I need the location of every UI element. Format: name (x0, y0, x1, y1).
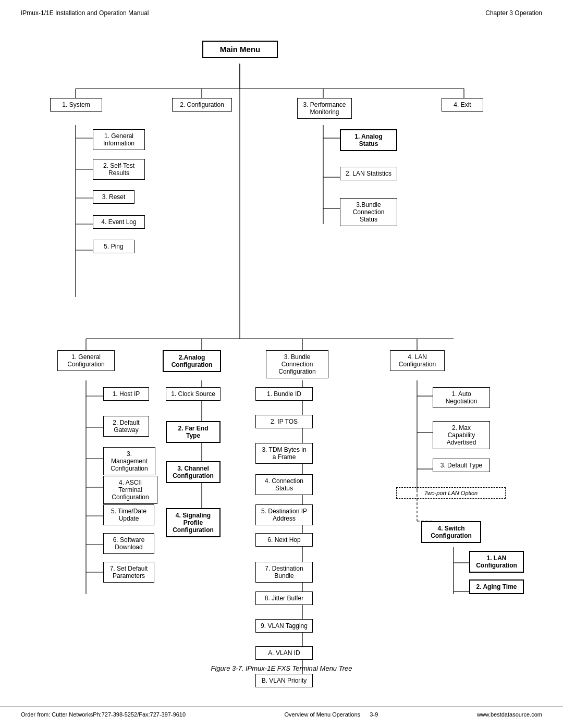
time-date-box: 5. Time/Date Update (103, 504, 154, 525)
max-capability-box: 2. Max Capability Advertised (433, 421, 490, 449)
gen-config-box: 1. General Configuration (57, 350, 115, 371)
next-hop-box: 6. Next Hop (255, 533, 313, 547)
auto-negotiation-box: 1. Auto Negotiation (433, 387, 490, 408)
host-ip-label: 1. Host IP (113, 390, 140, 398)
event-log-box: 4. Event Log (93, 215, 145, 229)
system-label: 1. System (62, 101, 90, 108)
performance-label: 3. Performance Monitoring (303, 101, 346, 116)
reset-label: 3. Reset (102, 193, 126, 201)
vlan-id-box: A. VLAN ID (255, 646, 313, 660)
configuration-box: 2. Configuration (172, 98, 232, 112)
lan-config-switch-box: 1. LAN Configuration (469, 551, 524, 573)
bundle-id-box: 1. Bundle ID (255, 387, 313, 401)
tdm-bytes-box: 3. TDM Bytes in a Frame (255, 443, 313, 464)
page-footer: Order from: Cutter Networks Ph:727-398-5… (0, 707, 563, 718)
general-info-label: 1. General Information (103, 132, 134, 147)
default-gateway-label: 2. Default Gateway (113, 419, 139, 434)
footer-left: Order from: Cutter Networks (21, 711, 93, 718)
lan-statistics-label: 2. LAN Statistics (346, 170, 391, 177)
ip-tos-box: 2. IP TOS (255, 415, 313, 428)
exit-label: 4. Exit (454, 101, 471, 108)
connection-status-box: 4. Connection Status (255, 474, 313, 495)
ping-box: 5. Ping (93, 240, 134, 253)
clock-source-box: 1. Clock Source (166, 387, 221, 401)
destination-ip-label: 5. Destination IP Address (261, 508, 307, 522)
switch-config-box: 4. Switch Configuration (421, 521, 481, 543)
lan-config-switch-label: 1. LAN Configuration (476, 554, 517, 569)
footer-center: Overview of Menu Operations 3-9 (186, 711, 477, 718)
bundle-id-label: 1. Bundle ID (267, 390, 301, 398)
ping-label: 5. Ping (104, 243, 123, 250)
destination-ip-box: 5. Destination IP Address (255, 504, 313, 525)
far-end-type-label: 2. Far End Type (178, 425, 208, 439)
analog-config-box: 2.Analog Configuration (163, 350, 221, 372)
max-capability-label: 2. Max Capability Advertised (447, 424, 476, 446)
bundle-connection-status-box: 3.Bundle Connection Status (340, 198, 397, 226)
far-end-type-box: 2. Far End Type (166, 421, 221, 443)
tdm-bytes-label: 3. TDM Bytes in a Frame (262, 446, 306, 461)
figure-caption: Figure 3-7. IPmux-1E FXS Terminal Menu T… (0, 664, 563, 672)
lan-config-top-label: 4. LAN Configuration (399, 353, 436, 368)
vlan-tagging-label: 9. VLAN Tagging (261, 622, 308, 630)
auto-negotiation-label: 1. Auto Negotiation (446, 390, 478, 405)
figure-caption-text: Figure 3-7. IPmux-1E FXS Terminal Menu T… (211, 664, 352, 672)
performance-box: 3. Performance Monitoring (297, 98, 352, 119)
ip-tos-label: 2. IP TOS (271, 418, 298, 425)
configuration-label: 2. Configuration (180, 101, 224, 108)
two-port-label: Two-port LAN Option (396, 487, 506, 499)
software-download-label: 6. Software Download (113, 536, 145, 551)
destination-bundle-label: 7. Destination Bundle (265, 565, 303, 579)
mgmt-config-box: 3. Management Configuration (103, 447, 155, 475)
gen-config-label: 1. General Configuration (67, 353, 104, 368)
ascii-terminal-box: 4. ASCII Terminal Configuration (103, 476, 157, 504)
signaling-profile-box: 4. Signaling Profile Configuration (166, 508, 221, 537)
default-type-box: 3. Default Type (433, 459, 490, 472)
channel-config-label: 3. Channel Configuration (173, 465, 214, 479)
destination-bundle-box: 7. Destination Bundle (255, 562, 313, 583)
event-log-label: 4. Event Log (101, 218, 136, 226)
aging-time-label: 2. Aging Time (476, 583, 517, 590)
set-default-label: 7. Set Default Parameters (110, 565, 148, 579)
vlan-priority-box: B. VLAN Priority (255, 674, 313, 687)
bundle-connection-status-label: 3.Bundle Connection Status (353, 201, 385, 223)
self-test-label: 2. Self-Test Results (103, 162, 134, 177)
channel-config-box: 3. Channel Configuration (166, 461, 221, 483)
header-left: IPmux-1/1E Installation and Operation Ma… (21, 9, 149, 17)
header-right: Chapter 3 Operation (485, 9, 542, 17)
clock-source-label: 1. Clock Source (171, 390, 215, 398)
switch-config-label: 4. Switch Configuration (431, 525, 472, 539)
lan-config-top-box: 4. LAN Configuration (390, 350, 445, 371)
lan-statistics-box: 2. LAN Statistics (340, 167, 397, 180)
self-test-box: 2. Self-Test Results (93, 159, 145, 180)
signaling-profile-label: 4. Signaling Profile Configuration (173, 512, 214, 534)
footer-page: 3-9 (370, 711, 378, 718)
analog-status-box: 1. Analog Status (340, 129, 397, 151)
analog-config-label: 2.Analog Configuration (172, 354, 213, 368)
main-menu-box: Main Menu (202, 41, 278, 58)
jitter-buffer-label: 8. Jitter Buffer (265, 595, 303, 602)
mgmt-config-label: 3. Management Configuration (111, 450, 148, 472)
ascii-terminal-label: 4. ASCII Terminal Configuration (112, 479, 149, 501)
footer-center-label: Overview of Menu Operations (285, 711, 361, 718)
general-info-box: 1. General Information (93, 129, 145, 150)
time-date-label: 5. Time/Date Update (111, 508, 146, 522)
jitter-buffer-box: 8. Jitter Buffer (255, 591, 313, 605)
vlan-priority-label: B. VLAN Priority (262, 677, 307, 684)
analog-status-label: 1. Analog Status (354, 133, 383, 147)
software-download-box: 6. Software Download (103, 533, 154, 554)
set-default-box: 7. Set Default Parameters (103, 562, 154, 583)
two-port-label-text: Two-port LAN Option (424, 490, 478, 496)
connection-status-label: 4. Connection Status (265, 477, 303, 492)
footer-phone: Ph:727-398-5252/Fax:727-397-9610 (93, 711, 186, 718)
bundle-conn-config-label: 3. Bundle Connection Configuration (278, 353, 315, 375)
default-type-label: 3. Default Type (440, 462, 483, 469)
next-hop-label: 6. Next Hop (267, 536, 300, 544)
vlan-id-label: A. VLAN ID (268, 649, 300, 657)
exit-box: 4. Exit (442, 98, 483, 112)
system-box: 1. System (50, 98, 102, 112)
bundle-conn-config-box: 3. Bundle Connection Configuration (266, 350, 328, 378)
host-ip-box: 1. Host IP (103, 387, 149, 401)
main-menu-label: Main Menu (220, 45, 261, 54)
default-gateway-box: 2. Default Gateway (103, 416, 149, 437)
aging-time-box: 2. Aging Time (469, 579, 524, 594)
